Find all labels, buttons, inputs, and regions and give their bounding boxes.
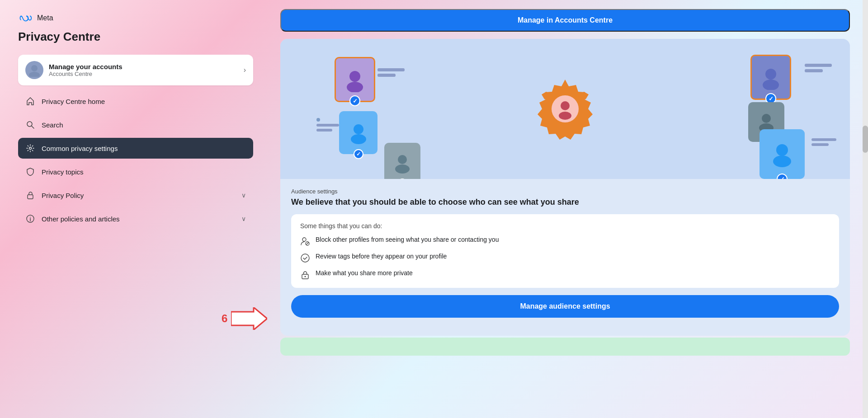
svg-point-28: [302, 238, 306, 241]
audience-info-box: Some things that you can do: Block other…: [291, 214, 839, 288]
person-block-icon: [300, 236, 310, 246]
svg-point-19: [763, 80, 779, 90]
gear-svg: [527, 70, 604, 147]
svg-point-17: [347, 82, 363, 92]
meta-logo-text: Meta: [37, 14, 53, 22]
svg-point-20: [354, 124, 363, 134]
scrollbar-thumb[interactable]: [863, 126, 868, 153]
info-item-block: Block other profiles from seeing what yo…: [300, 236, 830, 246]
svg-point-15: [559, 112, 571, 120]
svg-rect-5: [28, 195, 33, 199]
search-icon: [25, 120, 35, 130]
profile-card-bottom-left: ✕: [384, 143, 420, 179]
lock-private-icon: [300, 270, 310, 280]
sidebar-item-search[interactable]: Search: [18, 114, 253, 135]
meta-logo-svg: [18, 14, 34, 23]
info-box-title: Some things that you can do:: [300, 222, 830, 230]
sidebar-title: Privacy Centre: [18, 30, 253, 44]
svg-point-22: [398, 155, 407, 164]
audience-illustration: ✓ ✓: [280, 39, 850, 179]
svg-line-3: [32, 126, 34, 128]
svg-line-30: [306, 242, 309, 245]
gear-icon: [25, 143, 35, 153]
nav-label-common: Common privacy settings: [42, 145, 246, 152]
account-info: Manage your accounts Accounts Centre: [49, 63, 238, 77]
audience-tag: Audience settings: [291, 188, 839, 195]
chevron-down-policy-icon: ∨: [241, 192, 246, 199]
nav-label-search: Search: [42, 121, 246, 129]
info-icon: [25, 214, 35, 224]
chevron-right-icon: ›: [244, 66, 246, 74]
profile-card-mid-left: ✓: [339, 111, 377, 154]
sidebar: Meta Privacy Centre Manage your accounts…: [0, 0, 271, 418]
svg-point-23: [395, 164, 410, 174]
account-avatar: [25, 61, 43, 79]
svg-point-4: [29, 147, 32, 150]
svg-point-1: [29, 72, 40, 77]
svg-point-16: [349, 71, 360, 82]
lines-mid-left: [316, 118, 339, 132]
scrollbar-track: [863, 0, 868, 418]
info-text-block: Block other profiles from seeing what yo…: [316, 236, 499, 243]
profile-card-bottom-right: ✓: [760, 129, 805, 179]
svg-point-31: [301, 254, 309, 262]
nav-label-policy: Privacy Policy: [42, 192, 235, 199]
lock-icon: [25, 190, 35, 200]
lines-top-right: [805, 64, 832, 72]
svg-point-0: [31, 65, 38, 71]
audience-card: ✓ ✓: [280, 39, 850, 336]
sidebar-item-common-privacy[interactable]: Common privacy settings: [18, 138, 253, 159]
chevron-down-other-icon: ∨: [241, 215, 246, 222]
manage-audience-settings-button[interactable]: Manage audience settings: [291, 295, 839, 318]
profile-card-top-right: ✓: [750, 55, 791, 100]
nav-label-other: Other policies and articles: [42, 215, 235, 223]
svg-point-33: [305, 276, 306, 277]
bottom-strip: [280, 338, 850, 356]
meta-logo: Meta: [18, 14, 253, 23]
svg-point-8: [30, 217, 31, 218]
sidebar-item-other-policies[interactable]: Other policies and articles ∨: [18, 208, 253, 229]
svg-point-14: [561, 101, 570, 110]
profile-card-top-left: ✓: [335, 57, 375, 102]
svg-point-2: [27, 122, 32, 127]
svg-point-26: [776, 144, 788, 156]
nav-label-home: Privacy Centre home: [42, 98, 246, 105]
home-icon: [25, 96, 35, 106]
sidebar-item-privacy-centre-home[interactable]: Privacy Centre home: [18, 91, 253, 112]
audience-card-body: Audience settings We believe that you sh…: [280, 179, 850, 336]
sidebar-item-privacy-policy[interactable]: Privacy Policy ∨: [18, 185, 253, 206]
svg-point-24: [762, 114, 771, 123]
info-item-private: Make what you share more private: [300, 269, 830, 280]
svg-point-27: [773, 155, 791, 167]
sidebar-item-privacy-topics[interactable]: Privacy topics: [18, 161, 253, 182]
info-text-private: Make what you share more private: [316, 269, 413, 277]
manage-accounts-centre-button[interactable]: Manage in Accounts Centre: [280, 9, 850, 32]
tag-check-icon: [300, 253, 310, 263]
manage-accounts-item[interactable]: Manage your accounts Accounts Centre ›: [18, 55, 253, 85]
svg-point-18: [765, 69, 776, 80]
main-content: Manage in Accounts Centre: [271, 0, 868, 418]
lines-bottom-right: [811, 138, 836, 146]
shield-icon: [25, 167, 35, 177]
lines-top-left: [377, 68, 405, 77]
account-sub: Accounts Centre: [49, 70, 238, 77]
svg-point-21: [351, 134, 366, 144]
nav-label-topics: Privacy topics: [42, 168, 246, 176]
info-text-tag: Review tags before they appear on your p…: [316, 253, 447, 260]
info-item-tag: Review tags before they appear on your p…: [300, 253, 830, 263]
audience-heading: We believe that you should be able to ch…: [291, 197, 839, 207]
account-name: Manage your accounts: [49, 63, 238, 70]
